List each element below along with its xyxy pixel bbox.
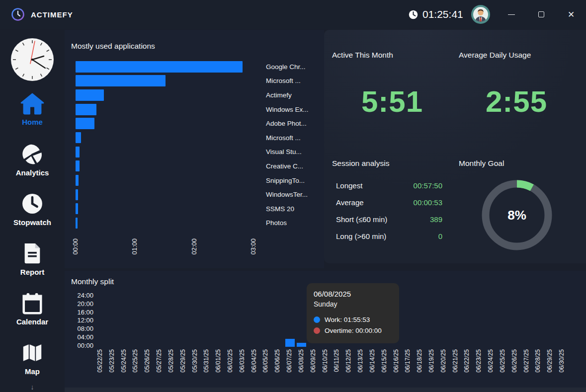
stats-panel: Active This Month Average Daily Usage 5:… (324, 30, 586, 263)
sidebar-item-map[interactable]: Map (0, 336, 65, 386)
app-usage-bar[interactable] (76, 160, 80, 171)
monthly-y-tick-label: 12:00 (68, 316, 93, 324)
app-usage-row: SnippingTo... (71, 173, 324, 188)
monthly-date-label: 06/28/25 (534, 349, 541, 373)
app-usage-row: Microsoft ... (71, 131, 324, 145)
app-usage-row: Windows Ex... (71, 102, 324, 117)
app-usage-row: WindowsTer... (71, 187, 324, 202)
monthly-date-label: 06/05/25 (262, 349, 269, 373)
app-usage-bar[interactable] (76, 104, 96, 115)
sidebar-item-label: Analytics (16, 168, 49, 177)
sidebar-item-home[interactable]: Home (0, 88, 65, 138)
app-brand: ACTIMEFY (11, 0, 73, 29)
maximize-button[interactable] (531, 0, 551, 29)
monthly-date-label: 06/20/25 (440, 349, 447, 373)
app-usage-bar[interactable] (76, 175, 79, 186)
app-usage-bar[interactable] (76, 75, 166, 86)
home-icon (20, 93, 44, 115)
monthly-date-label: 06/14/25 (369, 349, 376, 373)
app-bar-track (71, 118, 266, 129)
overtime-series-dot-icon (314, 327, 320, 334)
app-name-label: Windows Ex... (266, 106, 309, 113)
active-month-value: 5:51 (330, 84, 454, 119)
app-usage-bar[interactable] (76, 61, 243, 73)
monthly-date-label: 06/08/25 (298, 349, 305, 373)
panel-edge-strip (65, 388, 586, 392)
maximize-icon (538, 11, 544, 17)
sidebar-item-calendar[interactable]: Calendar (0, 287, 65, 336)
sidebar-item-report[interactable]: Report (0, 237, 65, 287)
calendar-icon (21, 292, 44, 314)
app-bar-track (71, 203, 266, 214)
app-name-label: Actimefy (266, 91, 292, 99)
app-bar-track (71, 75, 266, 86)
app-name-label: Photos (266, 219, 287, 227)
sidebar-item-analytics[interactable]: Analytics (0, 138, 65, 187)
app-usage-bar[interactable] (76, 132, 81, 143)
sidebar-item-label: Stopwatch (13, 218, 51, 227)
monthly-work-bar[interactable] (297, 343, 306, 347)
session-label: Average (336, 198, 364, 207)
app-name-label: Adobe Phot... (266, 120, 307, 127)
monthly-date-label: 05/25/25 (132, 349, 139, 373)
titlebar-timer: 01:25:41 (409, 0, 463, 29)
apps-bar-chart: Google Chr...Microsoft ...ActimefyWindow… (71, 60, 324, 230)
app-usage-row: Creative C... (71, 159, 324, 173)
avg-daily-value: 2:55 (454, 84, 579, 119)
app-usage-bar[interactable] (76, 189, 78, 200)
app-usage-bar[interactable] (76, 118, 94, 129)
analog-clock-image (10, 37, 55, 82)
monthly-date-label: 06/29/25 (546, 349, 553, 373)
mostly-used-apps-panel: Mostly used applications Google Chr...Mi… (65, 30, 324, 268)
app-usage-bar[interactable] (76, 89, 104, 101)
app-usage-bar[interactable] (76, 147, 80, 157)
app-bar-track (71, 189, 266, 200)
goal-percent-label: 8% (479, 177, 555, 253)
tooltip-date: 06/08/2025 (314, 290, 392, 298)
apps-chart-x-axis: 00:0001:0002:0003:00 (71, 238, 320, 267)
app-usage-bar[interactable] (76, 218, 78, 229)
monthly-date-label: 06/07/25 (286, 349, 293, 373)
app-name-label: WindowsTer... (266, 191, 308, 198)
apps-panel-title: Mostly used applications (71, 42, 324, 51)
sidebar-item-label: Report (20, 268, 44, 276)
minimize-icon (508, 14, 515, 15)
close-button[interactable]: ✕ (561, 0, 581, 29)
stopwatch-icon (21, 192, 44, 215)
monthly-split-title: Monthly split (71, 277, 114, 286)
monthly-date-label: 06/19/25 (428, 349, 435, 373)
monthly-y-tick-label: 04:00 (68, 333, 93, 341)
monthly-date-label: 05/30/25 (191, 349, 198, 373)
app-title: ACTIMEFY (31, 10, 73, 19)
monthly-date-label: 05/24/25 (120, 349, 127, 373)
app-name-label: Microsoft ... (266, 134, 301, 142)
monthly-date-label: 06/18/25 (416, 349, 423, 373)
sidebar-nav: Home Analytics Stopwatch (0, 88, 65, 386)
monthly-y-tick-label: 24:00 (68, 292, 93, 299)
session-value: 00:57:50 (362, 181, 442, 190)
monthly-y-tick-label: 16:00 (68, 309, 93, 316)
tooltip-overtime-value: Overtime: 00:00:00 (325, 327, 382, 334)
monthly-date-label: 06/03/25 (239, 349, 246, 373)
monthly-goal-ring: 8% (479, 177, 555, 253)
monthly-date-label: 06/01/25 (215, 349, 222, 373)
monthly-date-label: 06/09/25 (310, 349, 317, 373)
minimize-button[interactable] (502, 0, 521, 29)
app-usage-row: SSMS 20 (71, 202, 324, 216)
app-name-label: Creative C... (266, 162, 303, 170)
monthly-date-label: 06/30/25 (558, 349, 565, 373)
monthly-date-label: 06/02/25 (227, 349, 234, 373)
user-avatar[interactable] (471, 5, 490, 24)
monthly-y-tick-label: 20:00 (68, 300, 93, 308)
avatar-image (471, 5, 490, 24)
sidebar-item-stopwatch[interactable]: Stopwatch (0, 187, 65, 237)
monthly-work-bar[interactable] (285, 339, 295, 347)
monthly-y-tick-label: 08:00 (68, 325, 93, 332)
app-usage-bar[interactable] (76, 203, 78, 214)
sidebar-scroll-down-icon[interactable]: ↓ (31, 383, 34, 391)
avg-daily-header: Average Daily Usage (459, 51, 531, 60)
session-row-average: Average 00:00:53 (336, 194, 442, 211)
monthly-date-label: 06/26/25 (511, 349, 518, 373)
sidebar-item-label: Map (25, 367, 40, 376)
app-bar-track (71, 160, 266, 171)
